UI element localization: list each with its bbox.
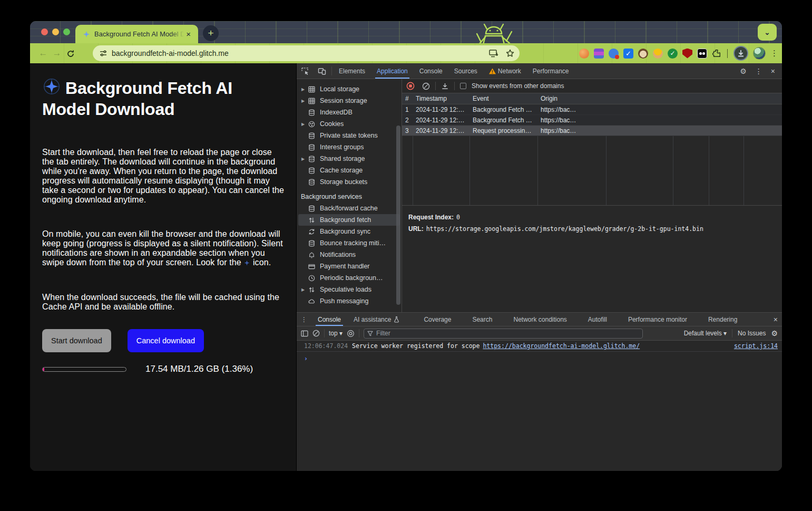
application-sidebar: ▶Local storage ▶Session storage IndexedD…: [297, 79, 402, 312]
sidebar-item-background-sync[interactable]: Background sync: [297, 226, 402, 237]
table-row[interactable]: 2 2024-11-29 12:… Background Fetch … htt…: [402, 115, 782, 126]
devtools-tab-sources[interactable]: Sources: [448, 63, 483, 79]
drawer-menu-icon[interactable]: ⋮: [297, 313, 311, 326]
console-clear-icon[interactable]: [312, 330, 320, 337]
extension-icon-worker[interactable]: [653, 49, 663, 59]
drawer-tab-network-conditions[interactable]: Network conditions: [507, 313, 573, 326]
events-table: # Timestamp Event Origin 1 2024-11-29 12…: [402, 93, 782, 206]
sidebar-item-push-messaging[interactable]: Push messaging: [297, 295, 402, 307]
sidebar-item-notifications[interactable]: Notifications: [297, 249, 402, 261]
url-bar[interactable]: backgroundfetch-ai-model.glitch.me: [93, 45, 520, 61]
devtools-tab-application[interactable]: Application: [371, 63, 414, 79]
save-events-icon[interactable]: [441, 82, 449, 90]
console-filter[interactable]: [364, 329, 643, 339]
inspect-element-icon[interactable]: [297, 63, 314, 79]
extension-icon-check-green[interactable]: ✓: [668, 49, 678, 59]
maximize-window-button[interactable]: [63, 28, 70, 35]
issues-counter[interactable]: No Issues: [738, 330, 766, 337]
sidebar-item-cookies[interactable]: ▶Cookies: [297, 118, 402, 130]
sidebar-item-speculative-loads[interactable]: ▶Speculative loads: [297, 284, 402, 295]
default-levels-dropdown[interactable]: Default levels ▾: [684, 330, 727, 337]
sidebar-item-cache-storage[interactable]: Cache storage: [297, 165, 402, 176]
sidebar-item-local-storage[interactable]: ▶Local storage: [297, 83, 402, 95]
devtools-tab-console[interactable]: Console: [414, 63, 448, 79]
table-row-selected[interactable]: 3 2024-11-29 12:… Request processin… htt…: [402, 126, 782, 136]
extension-icon-dice[interactable]: [697, 49, 707, 59]
extension-icon-monkey[interactable]: [638, 49, 648, 59]
url-text[interactable]: backgroundfetch-ai-model.glitch.me: [112, 49, 489, 57]
reload-button[interactable]: [64, 49, 77, 58]
tab-close-icon[interactable]: ×: [184, 29, 193, 39]
site-settings-icon[interactable]: [99, 49, 107, 57]
column-header-num[interactable]: #: [402, 95, 413, 102]
sidebar-item-payment-handler[interactable]: Payment handler: [297, 261, 402, 272]
start-download-button[interactable]: Start download: [42, 329, 111, 352]
column-header-event[interactable]: Event: [469, 95, 537, 102]
console-prompt-chevron[interactable]: ›: [297, 352, 782, 362]
drawer-tab-ai-assistance[interactable]: AI assistance: [347, 313, 406, 326]
forward-button[interactable]: →: [50, 48, 64, 59]
devtools-tab-network[interactable]: Network: [483, 63, 527, 79]
drawer-tab-coverage[interactable]: Coverage: [417, 313, 457, 326]
sidebar-scrollbar[interactable]: [396, 126, 400, 305]
live-expression-icon[interactable]: [347, 330, 355, 338]
new-tab-button[interactable]: +: [203, 25, 219, 41]
column-header-origin[interactable]: Origin: [537, 95, 606, 102]
sidebar-item-back-forward-cache[interactable]: Back/forward cache: [297, 203, 402, 214]
profile-avatar[interactable]: [753, 47, 766, 60]
extensions-puzzle-icon[interactable]: [712, 49, 721, 58]
console-context-selector[interactable]: top ▾: [329, 330, 343, 337]
extension-icon-shield[interactable]: [682, 49, 692, 59]
drawer-tab-search[interactable]: Search: [466, 313, 498, 326]
extension-icon-key[interactable]: [609, 49, 619, 59]
table-row[interactable]: 1 2024-11-29 12:… Background Fetch … htt…: [402, 104, 782, 115]
warning-icon: [489, 68, 496, 74]
column-header-timestamp[interactable]: Timestamp: [413, 95, 469, 102]
sidebar-item-shared-storage[interactable]: ▶Shared storage: [297, 153, 402, 165]
console-sidebar-icon[interactable]: [301, 330, 308, 337]
browser-menu-icon[interactable]: ⋮: [770, 49, 778, 58]
devtools-settings-icon[interactable]: ⚙: [736, 67, 750, 75]
console-source-link[interactable]: script.js:14: [734, 342, 778, 350]
console-filter-input[interactable]: [376, 330, 639, 337]
minimize-window-button[interactable]: [52, 28, 59, 35]
sidebar-item-background-fetch[interactable]: Background fetch: [298, 214, 400, 226]
drawer-tab-rendering[interactable]: Rendering: [702, 313, 743, 326]
devtools-tab-elements[interactable]: Elements: [333, 63, 371, 79]
show-events-checkbox[interactable]: [460, 83, 466, 89]
gemini-sparkle-icon: [42, 77, 61, 96]
sidebar-item-interest-groups[interactable]: Interest groups: [297, 141, 402, 153]
close-window-button[interactable]: [41, 28, 48, 35]
extension-icon-stack[interactable]: [594, 49, 604, 59]
device-toolbar-icon[interactable]: [314, 63, 330, 79]
drawer-tab-performance-monitor[interactable]: Performance monitor: [622, 313, 693, 326]
browser-tab[interactable]: Background Fetch AI Model D ×: [75, 25, 198, 43]
extension-icon-check-blue[interactable]: ✓: [623, 49, 633, 59]
download-progress-fill: [43, 368, 44, 371]
drawer-close-icon[interactable]: ×: [769, 313, 782, 326]
drawer-tab-autofill[interactable]: Autofill: [582, 313, 613, 326]
show-events-checkbox-label[interactable]: Show events from other domains: [472, 82, 564, 90]
sidebar-item-private-state-tokens[interactable]: Private state tokens: [297, 130, 402, 141]
devtools-tab-performance[interactable]: Performance: [527, 63, 575, 79]
cancel-download-button[interactable]: Cancel download: [128, 329, 204, 352]
cell-event: Request processin…: [469, 127, 537, 134]
sidebar-item-storage-buckets[interactable]: Storage buckets: [297, 176, 402, 188]
sidebar-item-bounce-tracking[interactable]: Bounce tracking miti…: [297, 237, 402, 249]
bookmark-star-icon[interactable]: [506, 49, 514, 57]
back-button[interactable]: ←: [36, 48, 50, 59]
tab-search-button[interactable]: ⌄: [758, 24, 777, 41]
sidebar-item-periodic-background-sync[interactable]: Periodic backgroun…: [297, 272, 402, 284]
devtools-menu-icon[interactable]: ⋮: [751, 67, 766, 75]
devtools-close-icon[interactable]: ×: [767, 67, 779, 75]
console-settings-icon[interactable]: ⚙: [771, 329, 778, 338]
sidebar-item-indexeddb[interactable]: IndexedDB: [297, 107, 402, 118]
console-message-link[interactable]: https://backgroundfetch-ai-model.glitch.…: [483, 342, 640, 350]
record-icon[interactable]: [406, 82, 415, 90]
send-to-device-icon[interactable]: [489, 50, 498, 57]
extension-icon-fox[interactable]: [579, 49, 589, 59]
clear-icon[interactable]: [422, 82, 430, 90]
drawer-tab-console[interactable]: Console: [311, 313, 347, 326]
sidebar-item-session-storage[interactable]: ▶Session storage: [297, 95, 402, 107]
downloads-button[interactable]: [733, 46, 748, 61]
